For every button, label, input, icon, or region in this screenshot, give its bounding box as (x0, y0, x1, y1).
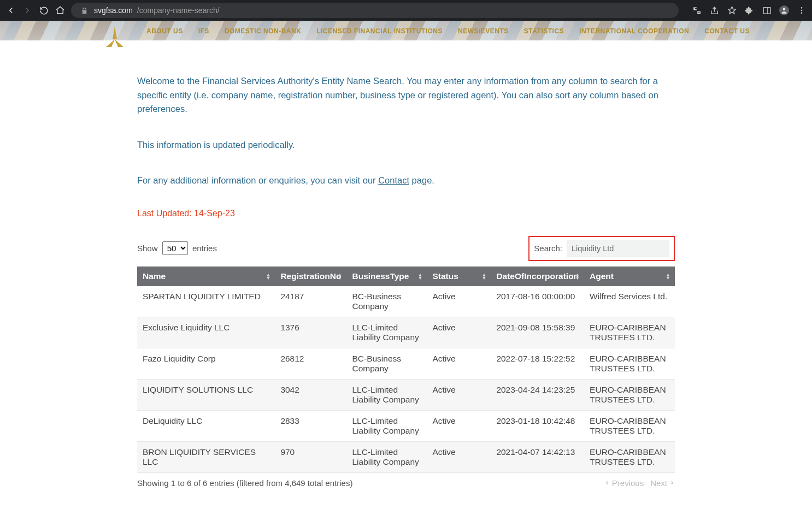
profile-avatar[interactable] (779, 5, 789, 15)
cell-status: Active (427, 410, 491, 441)
cell-name: Fazo Liquidity Corp (137, 348, 275, 379)
cell-name: SPARTAN LIQUIDITY LIMITED (137, 286, 275, 317)
url-host: svgfsa.com (94, 6, 133, 15)
cell-agent: EURO-CARIBBEAN TRUSTEES LTD. (584, 379, 675, 410)
cell-agent: EURO-CARIBBEAN TRUSTEES LTD. (584, 317, 675, 348)
cell-reg: 26812 (275, 348, 346, 379)
col-status[interactable]: Status▲▼ (427, 267, 491, 286)
cell-agent: Wilfred Services Ltd. (584, 286, 675, 317)
cell-type: LLC-Limited Liability Company (346, 441, 427, 472)
nav-intl-coop[interactable]: INTERNATIONAL COOPERATION (579, 27, 689, 35)
sort-icon: ▲▼ (338, 273, 343, 280)
reload-button[interactable] (38, 5, 49, 16)
cell-type: LLC-Limited Liability Company (346, 379, 427, 410)
cell-status: Active (427, 379, 491, 410)
table-row: Fazo Liquidity Corp26812BC-Business Comp… (137, 348, 675, 379)
results-table: Name▲▼ RegistrationNo▲▼ BusinessType▲▼ S… (137, 267, 675, 473)
cell-date: 2022-07-18 15:22:52 (491, 348, 584, 379)
search-box-highlight: Search: (528, 236, 675, 261)
col-business-type[interactable]: BusinessType▲▼ (346, 267, 427, 286)
col-name[interactable]: Name▲▼ (137, 267, 275, 286)
bookmark-star-icon[interactable] (727, 5, 737, 15)
col-date[interactable]: DateOfIncorporation▲▼ (491, 267, 584, 286)
cell-status: Active (427, 317, 491, 348)
nav-news[interactable]: NEWS/EVENTS (458, 27, 509, 35)
nav-statistics[interactable]: STATISTICS (524, 27, 564, 35)
svg-point-2 (783, 8, 786, 10)
primary-nav: ABOUT US IFS DOMESTIC NON-BANK LICENSED … (146, 27, 750, 35)
cell-reg: 970 (275, 441, 346, 472)
search-label: Search: (534, 244, 562, 253)
table-row: LIQUIDITY SOLUTIONS LLC3042LLC-Limited L… (137, 379, 675, 410)
cell-name: Exclusive Liquidity LLC (137, 317, 275, 348)
intro-p3-pre: For any additional information or enquir… (137, 175, 378, 185)
table-row: SPARTAN LIQUIDITY LIMITED24187BC-Busines… (137, 286, 675, 317)
cell-reg: 1376 (275, 317, 346, 348)
intro-block: Welcome to the Financial Services Author… (137, 74, 675, 188)
nav-domestic[interactable]: DOMESTIC NON-BANK (225, 27, 302, 35)
cell-type: BC-Business Company (346, 286, 427, 317)
intro-paragraph-2: This information is updated periodically… (137, 138, 675, 152)
cell-name: LIQUIDITY SOLUTIONS LLC (137, 379, 275, 410)
intro-paragraph-1: Welcome to the Financial Services Author… (137, 74, 675, 116)
site-header: ABOUT US IFS DOMESTIC NON-BANK LICENSED … (0, 21, 812, 40)
cell-reg: 24187 (275, 286, 346, 317)
cell-agent: EURO-CARIBBEAN TRUSTEES LTD. (584, 441, 675, 472)
sort-icon: ▲▼ (481, 273, 486, 280)
main-content: Welcome to the Financial Services Author… (137, 74, 675, 510)
side-panel-icon[interactable] (762, 5, 772, 15)
cell-status: Active (427, 441, 491, 472)
svg-rect-0 (763, 7, 770, 13)
extensions-icon[interactable] (744, 5, 754, 15)
cell-date: 2023-01-18 10:42:48 (491, 410, 584, 441)
kebab-menu-icon[interactable] (797, 5, 807, 15)
cell-name: BRON LIQUIDITY SERVICES LLC (137, 441, 275, 472)
site-logo[interactable] (101, 23, 129, 51)
nav-about-us[interactable]: ABOUT US (146, 27, 183, 35)
cell-type: LLC-Limited Liability Company (346, 317, 427, 348)
table-row: BRON LIQUIDITY SERVICES LLC970LLC-Limite… (137, 441, 675, 472)
sort-icon: ▲▼ (418, 273, 423, 280)
nav-forward-button[interactable] (22, 5, 33, 16)
entries-per-page-control: Show 50 entries (137, 241, 217, 255)
entries-per-page-select[interactable]: 50 (162, 241, 188, 255)
cell-agent: EURO-CARIBBEAN TRUSTEES LTD. (584, 348, 675, 379)
cell-date: 2023-04-24 14:23:25 (491, 379, 584, 410)
show-label-post: entries (192, 244, 217, 253)
pager-next[interactable]: Next (650, 478, 667, 488)
intro-p3-post: page. (409, 175, 434, 185)
chevron-right-icon (669, 480, 675, 485)
sort-icon: ▲▼ (266, 273, 270, 280)
address-bar[interactable]: svgfsa.com/company-name-search/ (71, 3, 679, 18)
sort-icon: ▲▼ (666, 273, 670, 280)
nav-back-button[interactable] (5, 5, 16, 16)
nav-ifs[interactable]: IFS (198, 27, 209, 35)
lock-icon (79, 5, 90, 16)
table-info-text: Showing 1 to 6 of 6 entries (filtered fr… (137, 478, 352, 488)
search-input[interactable] (567, 240, 669, 257)
col-agent[interactable]: Agent▲▼ (584, 267, 675, 286)
svg-point-3 (801, 7, 803, 9)
page-scroll[interactable]: ABOUT US IFS DOMESTIC NON-BANK LICENSED … (0, 21, 812, 527)
chevron-left-icon (604, 480, 610, 485)
url-path: /company-name-search/ (137, 6, 220, 15)
share-icon[interactable] (709, 5, 719, 15)
nav-licensed[interactable]: LICENSED FINANCIAL INSTITUTIONS (316, 27, 443, 35)
cell-name: DeLiquidity LLC (137, 410, 275, 441)
toolbar-right-cluster (692, 5, 807, 15)
col-registration[interactable]: RegistrationNo▲▼ (275, 267, 346, 286)
svg-marker-7 (106, 39, 115, 47)
table-row: Exclusive Liquidity LLC1376LLC-Limited L… (137, 317, 675, 348)
cell-date: 2021-04-07 14:42:13 (491, 441, 584, 472)
table-row: DeLiquidity LLC2833LLC-Limited Liability… (137, 410, 675, 441)
translate-icon[interactable] (692, 5, 702, 15)
sort-icon: ▲▼ (575, 273, 580, 280)
intro-paragraph-3: For any additional information or enquir… (137, 174, 675, 188)
cell-status: Active (427, 348, 491, 379)
contact-link[interactable]: Contact (378, 175, 409, 185)
pager-previous[interactable]: Previous (612, 478, 644, 488)
home-button[interactable] (55, 5, 66, 16)
cell-date: 2021-09-08 15:58:39 (491, 317, 584, 348)
svg-point-5 (801, 12, 803, 14)
nav-contact-us[interactable]: CONTACT US (704, 27, 750, 35)
